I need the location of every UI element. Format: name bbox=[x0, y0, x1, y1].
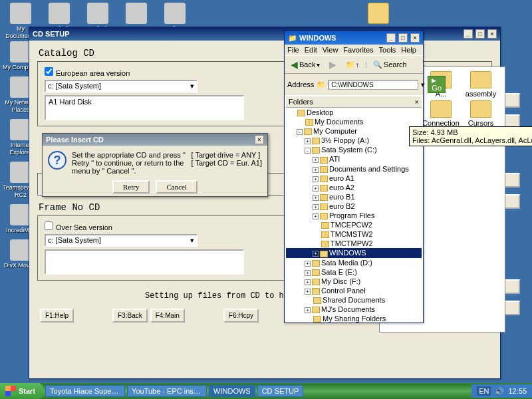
tree-item[interactable]: +Sata Media (D:) bbox=[286, 258, 422, 267]
catalog-disk-list[interactable]: A1 Hard Disk bbox=[45, 95, 244, 120]
minimize-button[interactable]: _ bbox=[464, 29, 473, 39]
maximize-button[interactable]: □ bbox=[475, 29, 485, 39]
european-checkbox[interactable]: European area version bbox=[45, 69, 130, 77]
lang-indicator[interactable]: EN bbox=[477, 386, 491, 396]
folders-header: Folders × bbox=[286, 96, 422, 108]
tree-close-button[interactable]: × bbox=[415, 98, 419, 106]
tree-item[interactable]: +ATI bbox=[286, 154, 422, 164]
tree-expand-icon[interactable]: + bbox=[313, 167, 319, 173]
address-input[interactable] bbox=[329, 80, 418, 90]
folder-tree[interactable]: Folders × DesktopMy Documents-My Compute… bbox=[285, 95, 423, 323]
retry-button[interactable]: Retry bbox=[112, 180, 150, 194]
tree-item[interactable]: +euro B2 bbox=[286, 201, 422, 211]
menu-tools[interactable]: Tools bbox=[379, 46, 396, 54]
folder-icon bbox=[320, 166, 328, 173]
taskbar-task[interactable]: Toyota Hiace Super Cust... bbox=[45, 385, 125, 397]
start-button[interactable]: Start bbox=[0, 383, 43, 399]
menu-help[interactable]: Help bbox=[401, 46, 416, 54]
tree-item[interactable]: +MJ's Documents bbox=[286, 305, 422, 314]
menu-view[interactable]: View bbox=[323, 46, 338, 54]
tree-item[interactable]: +Documents and Settings bbox=[286, 164, 422, 174]
system-tray[interactable]: EN 🔊 12:55 bbox=[471, 384, 532, 398]
cancel-button[interactable]: Cancel bbox=[156, 180, 198, 194]
tree-expand-icon[interactable]: + bbox=[305, 289, 311, 295]
f3-button[interactable]: F3:Back bbox=[112, 309, 148, 323]
explorer-close-button[interactable]: × bbox=[410, 33, 420, 43]
tree-expand-icon[interactable]: - bbox=[297, 129, 303, 135]
tree-item[interactable]: TMCEPCW2 bbox=[286, 220, 422, 229]
clock[interactable]: 12:55 bbox=[508, 387, 527, 395]
menu-file[interactable]: File bbox=[287, 46, 299, 54]
frameno-disk-list[interactable] bbox=[45, 249, 244, 275]
msgbox-text: Set the appropriate CD and press " Retry… bbox=[72, 151, 186, 175]
folder-icon bbox=[312, 288, 320, 295]
cdsetup-titlebar[interactable]: CD SETUP _ □ × bbox=[29, 27, 500, 41]
tree-expand-icon[interactable]: + bbox=[305, 279, 311, 285]
catalog-drive-combo[interactable]: c: [Sata System]▾ bbox=[45, 80, 198, 92]
oversea-checkbox[interactable]: Over Sea version bbox=[45, 223, 112, 231]
tree-item[interactable]: +3½ Floppy (A:) bbox=[286, 136, 422, 145]
tree-expand-icon[interactable]: + bbox=[313, 213, 319, 219]
msgbox-close-button[interactable]: × bbox=[255, 135, 264, 144]
tree-expand-icon[interactable]: + bbox=[305, 261, 311, 267]
tree-expand-icon[interactable]: + bbox=[313, 204, 319, 210]
tree-expand-icon[interactable]: + bbox=[305, 307, 311, 313]
folder-icon bbox=[470, 100, 491, 118]
tree-item[interactable]: +Program Files bbox=[286, 211, 422, 220]
folder-icon bbox=[320, 185, 328, 192]
explorer-minimize-button[interactable]: _ bbox=[386, 33, 396, 43]
folder-icon bbox=[321, 231, 329, 238]
folder-icon bbox=[321, 241, 329, 247]
tree-item[interactable]: Desktop bbox=[286, 108, 422, 117]
f6-button[interactable]: F6:Hcpy bbox=[223, 309, 259, 323]
tree-expand-icon[interactable]: + bbox=[313, 251, 319, 257]
tree-expand-icon[interactable]: + bbox=[305, 270, 311, 276]
menu-edit[interactable]: Edit bbox=[305, 46, 317, 54]
tree-item[interactable]: -Sata System (C:) bbox=[286, 145, 422, 154]
up-button[interactable]: 📁↑ bbox=[342, 59, 362, 70]
explorer-maximize-button[interactable]: □ bbox=[398, 33, 408, 43]
address-dropdown[interactable]: ▾ bbox=[421, 80, 425, 89]
app-icon bbox=[10, 3, 31, 24]
menu-favorites[interactable]: Favorites bbox=[343, 46, 373, 54]
go-button[interactable]: ▶ Go bbox=[428, 76, 446, 93]
taskbar-task[interactable]: YouTube - EPC install up... bbox=[127, 385, 207, 397]
tree-item[interactable]: TMCMSTW2 bbox=[286, 229, 422, 239]
tree-item[interactable]: +euro A2 bbox=[286, 183, 422, 192]
folder-icon bbox=[312, 279, 320, 285]
taskbar-task[interactable]: CD SETUP bbox=[257, 385, 304, 397]
tree-expand-icon[interactable]: + bbox=[313, 195, 319, 201]
tree-expand-icon[interactable]: + bbox=[313, 176, 319, 182]
tree-item[interactable]: TMCTMPW2 bbox=[286, 239, 422, 248]
msgbox-titlebar[interactable]: Please Insert CD × bbox=[43, 134, 267, 146]
tree-item[interactable]: +My Disc (F:) bbox=[286, 277, 422, 286]
folder-icon bbox=[312, 269, 320, 276]
taskbar-task[interactable]: WINDOWS bbox=[209, 385, 255, 397]
f1-button[interactable]: F1:Help bbox=[40, 309, 74, 323]
tree-item[interactable]: +euro A1 bbox=[286, 174, 422, 183]
tree-expand-icon[interactable]: + bbox=[305, 138, 311, 144]
frameno-drive-combo[interactable]: c: [Sata System]▾ bbox=[45, 234, 198, 247]
back-button[interactable]: ◀Back ▾ bbox=[287, 58, 323, 71]
tree-item[interactable]: Shared Documents bbox=[286, 295, 422, 305]
tree-item[interactable]: My Documents bbox=[286, 117, 422, 126]
folder-tooltip: Size: 4.93 MB Files: AcGenral.dll, AcLay… bbox=[409, 126, 532, 146]
search-button[interactable]: 🔍Search bbox=[370, 59, 410, 70]
tree-item[interactable]: My Sharing Folders bbox=[286, 314, 422, 323]
folder-item[interactable]: assembly bbox=[462, 70, 499, 98]
tree-item[interactable]: +Control Panel bbox=[286, 286, 422, 295]
f4-button[interactable]: F4:Main bbox=[150, 309, 185, 323]
tree-expand-icon[interactable]: + bbox=[313, 186, 319, 192]
tree-item[interactable]: +WINDOWS bbox=[286, 248, 422, 257]
question-icon: ? bbox=[48, 151, 66, 170]
forward-button[interactable]: ▶ bbox=[326, 58, 340, 71]
explorer-titlebar[interactable]: 📁 WINDOWS _ □ × bbox=[285, 31, 423, 45]
tree-item[interactable]: -My Computer bbox=[286, 126, 422, 136]
tree-expand-icon[interactable]: - bbox=[305, 148, 311, 154]
tree-item[interactable]: +euro B1 bbox=[286, 192, 422, 201]
tree-item[interactable]: +Sata E (E:) bbox=[286, 267, 422, 277]
close-button[interactable]: × bbox=[487, 29, 497, 39]
up-folder-icon: 📁↑ bbox=[346, 61, 359, 69]
tree-expand-icon[interactable]: + bbox=[313, 157, 319, 163]
tray-icon[interactable]: 🔊 bbox=[495, 387, 504, 396]
